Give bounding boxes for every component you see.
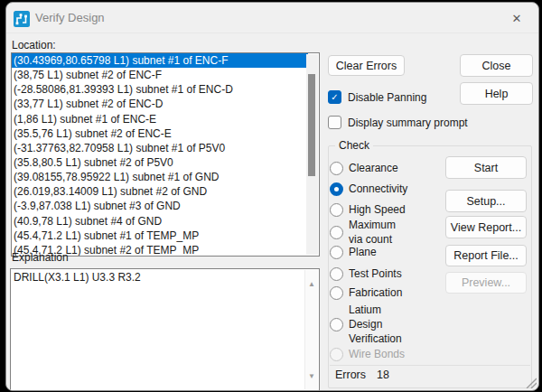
close-icon[interactable]: ✕	[503, 7, 530, 29]
verify-design-app-icon	[14, 11, 30, 27]
location-label: Location:	[12, 39, 56, 51]
view-report-button[interactable]: View Report...	[445, 216, 527, 238]
radio-fabrication[interactable]: Fabrication	[330, 285, 402, 300]
explanation-textarea[interactable]: DRILL(X3.1 L1) U3.3 R3.2 ▲ ▼	[10, 268, 320, 391]
group-separator	[330, 365, 530, 366]
radio-icon	[330, 286, 343, 300]
radio-wire-bonds: Wire Bonds	[330, 347, 405, 361]
list-item[interactable]: (-3.9,87.038 L1) subnet #3 of GND	[12, 199, 308, 213]
scroll-up-icon[interactable]: ▲	[305, 277, 318, 290]
display-summary-prompt-label: Display summary prompt	[348, 117, 468, 129]
radio-maximum-via-count[interactable]: Maximum via count	[330, 218, 408, 247]
list-item[interactable]: (-31.37763,82.70958 L1) subnet #1 of P5V…	[12, 141, 308, 155]
errors-status: Errors 18	[335, 369, 389, 381]
report-file-button[interactable]: Report File...	[445, 245, 527, 266]
list-item[interactable]: (35.8,80.5 L1) subnet #2 of P5V0	[12, 155, 308, 170]
radio-latium-design-verification[interactable]: Latium Design Verification	[330, 303, 408, 346]
list-item[interactable]: (-28.58086,81.39393 L1) subnet #1 of ENC…	[12, 82, 308, 97]
list-item[interactable]: (40.9,78 L1) subnet #4 of GND	[12, 214, 308, 229]
radio-test-points[interactable]: Test Points	[330, 266, 402, 281]
list-scrollbar-thumb[interactable]	[308, 74, 315, 176]
clear-errors-button[interactable]: Clear Errors	[328, 55, 405, 76]
scroll-down-icon[interactable]: ▼	[305, 369, 318, 382]
radio-high-speed[interactable]: High Speed	[330, 202, 406, 217]
resize-grip[interactable]	[524, 376, 537, 388]
display-summary-prompt-checkbox[interactable]: Display summary prompt	[328, 116, 468, 129]
explanation-scrollbar[interactable]: ▲ ▼	[304, 270, 318, 389]
help-button[interactable]: Help	[460, 82, 533, 105]
list-item[interactable]: (45.4,71.2 L1) subnet #1 of TEMP_MP	[12, 229, 308, 243]
radio-icon	[330, 162, 343, 175]
radio-connectivity[interactable]: Connectivity	[330, 182, 407, 196]
radio-icon	[330, 318, 343, 331]
radio-icon	[330, 226, 343, 239]
radio-clearance[interactable]: Clearance	[330, 161, 398, 175]
list-item[interactable]: (39.08155,78.95922 L1) subnet #1 of GND	[12, 170, 308, 184]
list-item[interactable]: (38,75 L1) subnet #2 of ENC-F	[12, 68, 308, 82]
start-button[interactable]: Start	[445, 156, 527, 179]
list-item[interactable]: (35.5,76 L1) subnet #2 of ENC-E	[12, 126, 308, 141]
title-bar[interactable]: Verify Design ✕	[6, 3, 538, 33]
explanation-label: Explanation	[12, 251, 69, 264]
radio-plane[interactable]: Plane	[330, 245, 377, 259]
errors-label: Errors	[335, 369, 366, 381]
explanation-text: DRILL(X3.1 L1) U3.3 R3.2	[14, 271, 141, 284]
preview-button: Preview...	[445, 272, 527, 294]
checkbox-unchecked-icon	[328, 116, 341, 129]
radio-selected-icon	[330, 182, 343, 196]
disable-panning-checkbox[interactable]: ✓ Disable Panning	[328, 90, 426, 104]
radio-icon	[330, 203, 343, 217]
errors-count: 18	[377, 369, 389, 381]
radio-icon	[330, 246, 343, 259]
disable-panning-label: Disable Panning	[348, 91, 426, 104]
list-item[interactable]: (1,86 L1) subnet #1 of ENC-E	[12, 112, 308, 126]
list-scrollbar[interactable]	[306, 54, 318, 255]
location-listbox[interactable]: (30.43969,80.65798 L1) subnet #1 of ENC-…	[11, 52, 320, 257]
window-title: Verify Design	[35, 11, 105, 24]
close-button[interactable]: Close	[460, 54, 533, 77]
check-group-label: Check	[335, 139, 373, 152]
list-item[interactable]: (26.019,83.14009 L1) subnet #2 of GND	[12, 184, 308, 199]
list-item[interactable]: (30.43969,80.65798 L1) subnet #1 of ENC-…	[12, 53, 308, 68]
verify-design-dialog: Verify Design ✕ Location: (30.43969,80.6…	[5, 2, 539, 391]
setup-button[interactable]: Setup...	[445, 190, 527, 212]
radio-icon	[330, 267, 343, 281]
checkbox-checked-icon: ✓	[328, 90, 341, 104]
list-item[interactable]: (33,77 L1) subnet #2 of ENC-D	[12, 97, 308, 111]
radio-disabled-icon	[330, 348, 343, 361]
